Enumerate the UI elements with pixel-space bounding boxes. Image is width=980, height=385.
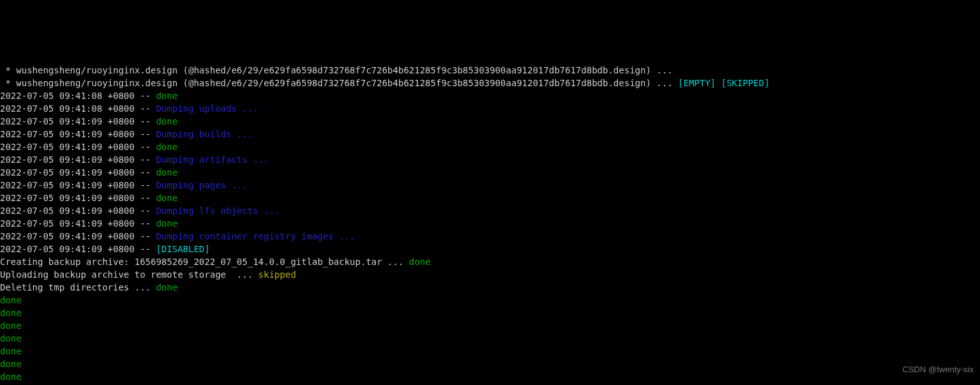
terminal-line: 2022-07-05 09:41:09 +0800 -- Dumping con… [0, 230, 980, 243]
terminal-segment: 2022-07-05 09:41:09 +0800 -- [0, 180, 156, 190]
terminal-line: * wushengsheng/ruoyinginx.design (@hashe… [0, 77, 980, 89]
terminal-segment: 2022-07-05 09:41:09 +0800 -- [0, 231, 156, 241]
terminal-segment: done [0, 346, 22, 356]
terminal-segment: Uploading backup archive to remote stora… [0, 269, 259, 280]
terminal-line: 2022-07-05 09:41:09 +0800 -- done [0, 140, 980, 153]
terminal-segment: done [0, 372, 22, 382]
terminal-segment: 2022-07-05 09:41:09 +0800 -- [0, 142, 156, 152]
terminal-segment: 2022-07-05 09:41:09 +0800 -- [0, 218, 156, 229]
terminal-line: * wushengsheng/ruoyinginx.design (@hashe… [0, 64, 980, 77]
terminal-segment: 2022-07-05 09:41:09 +0800 -- [0, 116, 156, 126]
terminal-segment: Deleting tmp directories ... [0, 282, 156, 292]
terminal-line: 2022-07-05 09:41:09 +0800 -- done [0, 115, 980, 128]
terminal-line: 2022-07-05 09:41:09 +0800 -- Dumping bui… [0, 128, 980, 140]
terminal-segment: done [156, 116, 177, 126]
terminal-line: 2022-07-05 09:41:09 +0800 -- [DISABLED] [0, 243, 980, 255]
terminal-segment: done [0, 308, 22, 318]
terminal-segment: 2022-07-05 09:41:08 +0800 -- [0, 91, 156, 101]
terminal-segment: done [156, 193, 177, 203]
terminal-line: 2022-07-05 09:41:08 +0800 -- done [0, 89, 980, 102]
watermark-label: CSDN @twenty-six [903, 363, 974, 376]
terminal-line: done [0, 370, 980, 383]
terminal-segment: 2022-07-05 09:41:09 +0800 -- [0, 155, 156, 165]
terminal-segment: 2022-07-05 09:41:08 +0800 -- [0, 103, 156, 114]
terminal-segment: done [0, 295, 22, 305]
terminal-line: 2022-07-05 09:41:09 +0800 -- Dumping art… [0, 153, 980, 166]
terminal-segment: done [156, 91, 177, 101]
terminal-line: 2022-07-05 09:41:09 +0800 -- done [0, 166, 980, 179]
terminal-output: * wushengsheng/ruoyinginx.design (@hashe… [0, 64, 980, 385]
terminal-segment: Dumping container registry images ... [156, 231, 355, 241]
terminal-line: done [0, 294, 980, 306]
terminal-segment: * wushengsheng/ruoyinginx.design (@hashe… [0, 78, 678, 88]
terminal-line: 2022-07-05 09:41:09 +0800 -- Dumping pag… [0, 179, 980, 192]
terminal-line: done [0, 319, 980, 332]
terminal-line: done [0, 306, 980, 319]
terminal-segment: 2022-07-05 09:41:09 +0800 -- [0, 167, 156, 177]
terminal-segment: 2022-07-05 09:41:09 +0800 -- [0, 206, 156, 216]
terminal-segment: done [409, 257, 431, 267]
terminal-segment: done [156, 282, 177, 292]
terminal-segment: 2022-07-05 09:41:09 +0800 -- [0, 193, 156, 203]
terminal-segment: Dumping pages ... [156, 180, 247, 190]
terminal-segment: * wushengsheng/ruoyinginx.design (@hashe… [0, 65, 673, 75]
terminal-segment: done [156, 218, 177, 229]
terminal-line: Uploading backup archive to remote stora… [0, 268, 980, 281]
terminal-segment: 2022-07-05 09:41:09 +0800 -- [0, 244, 156, 254]
terminal-line: 2022-07-05 09:41:09 +0800 -- done [0, 192, 980, 204]
terminal-segment: Dumping artifacts ... [156, 155, 269, 165]
terminal-line: done [0, 358, 980, 370]
terminal-segment: Dumping lfs objects ... [156, 206, 280, 216]
terminal-line: 2022-07-05 09:41:09 +0800 -- Dumping lfs… [0, 204, 980, 217]
terminal-segment: Dumping uploads ... [156, 103, 258, 114]
terminal-line: Deleting tmp directories ... done [0, 281, 980, 294]
terminal-line: Creating backup archive: 1656985269_2022… [0, 255, 980, 268]
terminal-line: done [0, 332, 980, 345]
terminal-segment: done [156, 142, 177, 152]
terminal-segment: done [0, 359, 22, 369]
terminal-segment: done [0, 321, 22, 331]
terminal-segment: [DISABLED] [156, 244, 209, 254]
terminal-segment: [EMPTY] [SKIPPED] [678, 78, 769, 88]
terminal-line: 2022-07-05 09:41:09 +0800 -- done [0, 217, 980, 230]
terminal-segment: done [156, 167, 177, 177]
terminal-segment: skipped [259, 269, 296, 280]
terminal-line: done [0, 345, 980, 358]
terminal-segment: Dumping builds ... [156, 129, 253, 139]
terminal-segment: 2022-07-05 09:41:09 +0800 -- [0, 129, 156, 139]
terminal-line: 2022-07-05 09:41:08 +0800 -- Dumping upl… [0, 102, 980, 115]
terminal-segment: done [0, 333, 22, 343]
terminal-segment: Creating backup archive: 1656985269_2022… [0, 257, 409, 267]
